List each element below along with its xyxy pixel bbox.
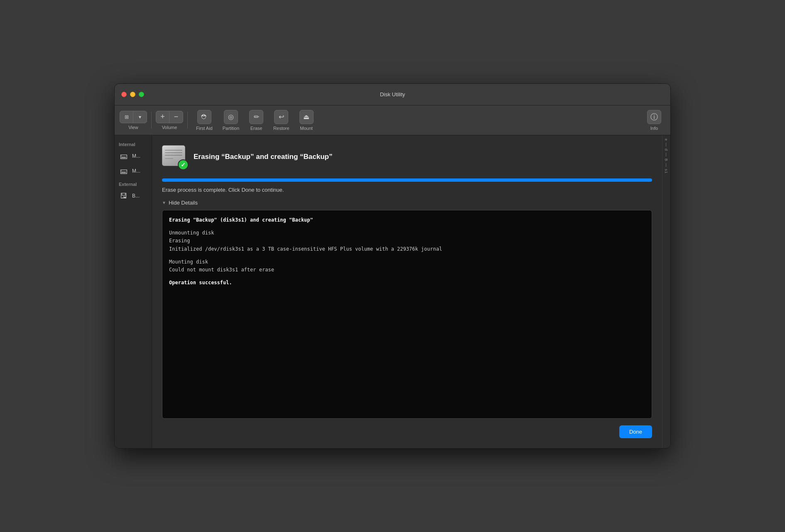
main-content: Internal 🖴 M... 🖴 M... External 🖫 B... [115,135,670,448]
info-button[interactable]: ⓘ Info [643,107,665,133]
hdd-icon-1: 🖴 [119,151,129,161]
minimize-button[interactable] [130,92,135,97]
dialog-footer: Done [162,425,652,438]
sidebar-item-internal-1[interactable]: 🖴 M... [115,149,152,164]
remove-volume-button[interactable]: − [169,111,183,123]
info-icon: ⓘ [647,110,661,124]
erase-button[interactable]: ✏ Erase [245,107,267,133]
view-controls: ⊞ ▾ [120,111,147,123]
first-aid-icon: ⛑ [197,110,211,124]
close-button[interactable] [121,92,127,97]
first-aid-label: First Aid [196,126,213,131]
dialog-area: ✓ Erasing “Backup” and creating “Backup”… [152,135,662,448]
log-line-2: Erasing [169,237,645,245]
log-spacer-0 [169,224,645,229]
erase-label: Erase [250,126,262,131]
restore-icon: ↩ [274,110,288,124]
window-title: Disk Utility [380,91,405,98]
dialog-subtitle: Erase process is complete. Click Done to… [162,187,652,193]
log-line-5: Could not mount disk3s1 after erase [169,266,645,274]
toolbar-separator-2 [187,112,188,129]
first-aid-button[interactable]: ⛑ First Aid [192,107,217,133]
right-panel-text-7: s1 [664,169,669,174]
triangle-icon: ▼ [162,200,166,205]
log-line-3: Initialized /dev/rdisk3s1 as a 3 TB case… [169,245,645,253]
internal-section-label: Internal [115,139,152,149]
external-section-label: External [115,178,152,188]
right-panel-text-1: e [664,139,669,141]
sidebar-item-label-1: M... [132,153,140,159]
toolbar-separator-1 [151,112,152,129]
log-spacer-1 [169,253,645,258]
right-panel-text-3: d [664,149,669,151]
volume-control-group: + − Volume [156,111,183,130]
info-group: ⓘ Info [643,107,665,133]
dialog-title: Erasing “Backup” and creating “Backup” [194,153,332,161]
success-badge: ✓ [178,159,189,170]
view-dropdown-button[interactable]: ▾ [133,111,147,123]
sidebar-toggle-button[interactable]: ⊞ [120,111,133,123]
sidebar-item-label-3: B... [132,193,140,199]
hide-details-label: Hide Details [169,200,198,206]
mount-button[interactable]: ⏏ Mount [295,107,318,133]
sidebar-item-internal-2[interactable]: 🖴 M... [115,164,152,178]
right-panel-text-2: — [664,143,669,147]
hide-details-button[interactable]: ▼ Hide Details [162,200,652,206]
log-line-1: Unmounting disk [169,229,645,237]
right-panel-text-4: — [664,153,669,157]
erase-dialog: ✓ Erasing “Backup” and creating “Backup”… [152,135,662,448]
dialog-header-text: Erasing “Backup” and creating “Backup” [194,153,332,161]
usb-icon: 🖫 [119,191,129,201]
sidebar-item-label-2: M... [132,168,140,174]
toolbar: ⊞ ▾ View + − Volume ⛑ First Aid ◎ Partit… [115,105,670,135]
mount-label: Mount [300,126,313,131]
dialog-header: ✓ Erasing “Backup” and creating “Backup” [162,145,652,168]
restore-button[interactable]: ↩ Restore [269,107,294,133]
view-label: View [128,125,138,130]
mount-icon: ⏏ [299,110,314,124]
right-panel-text-6: — [664,163,669,167]
add-volume-button[interactable]: + [156,111,169,123]
partition-icon: ◎ [224,110,238,124]
traffic-lights [121,92,144,97]
volume-controls: + − [156,111,183,123]
partition-label: Partition [223,126,239,131]
log-line-6: Operation successful. [169,279,645,287]
disk-utility-window: Disk Utility ⊞ ▾ View + − Volume ⛑ First… [114,83,671,449]
log-line-0: Erasing "Backup" (disk3s1) and creating … [169,216,645,224]
log-box[interactable]: Erasing "Backup" (disk3s1) and creating … [162,210,652,419]
right-panel: e — d — B — s1 [662,135,670,448]
right-panel-text-5: B [664,159,669,161]
restore-label: Restore [273,126,289,131]
log-line-4: Mounting disk [169,258,645,266]
erase-icon: ✏ [249,110,263,124]
volume-label: Volume [162,125,177,130]
progress-bar [162,178,652,182]
partition-button[interactable]: ◎ Partition [218,107,243,133]
info-label: Info [650,126,658,131]
sidebar-item-external-1[interactable]: 🖫 B... [115,188,152,203]
view-control-group: ⊞ ▾ View [120,111,147,130]
title-bar: Disk Utility [115,84,670,105]
sidebar: Internal 🖴 M... 🖴 M... External 🖫 B... [115,135,152,448]
log-spacer-2 [169,274,645,279]
progress-bar-fill [162,178,652,182]
hdd-icon-2: 🖴 [119,166,129,176]
done-button[interactable]: Done [619,425,652,438]
maximize-button[interactable] [139,92,144,97]
disk-image: ✓ [162,145,187,168]
